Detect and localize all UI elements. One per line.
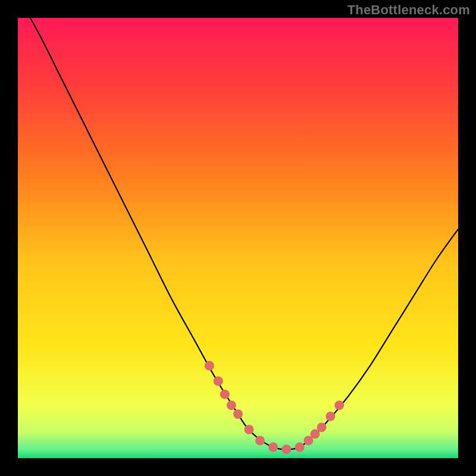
watermark-text: TheBottleneck.com: [347, 2, 470, 18]
chart-dot: [233, 409, 243, 419]
chart-gradient-background: [18, 18, 458, 458]
chart-dot: [245, 425, 254, 434]
chart-dot: [205, 361, 214, 371]
chart-dot: [255, 436, 265, 445]
chart-dot: [227, 400, 236, 410]
chart-dot: [214, 377, 223, 386]
chart-dot: [281, 444, 291, 454]
chart-plot-area: [18, 18, 458, 458]
chart-dot: [295, 443, 305, 452]
chart-dot: [334, 400, 344, 410]
chart-dot: [317, 422, 327, 432]
chart-svg: [18, 18, 458, 458]
chart-dot: [268, 443, 278, 452]
chart-dot: [325, 412, 335, 421]
chart-dot: [220, 390, 230, 399]
